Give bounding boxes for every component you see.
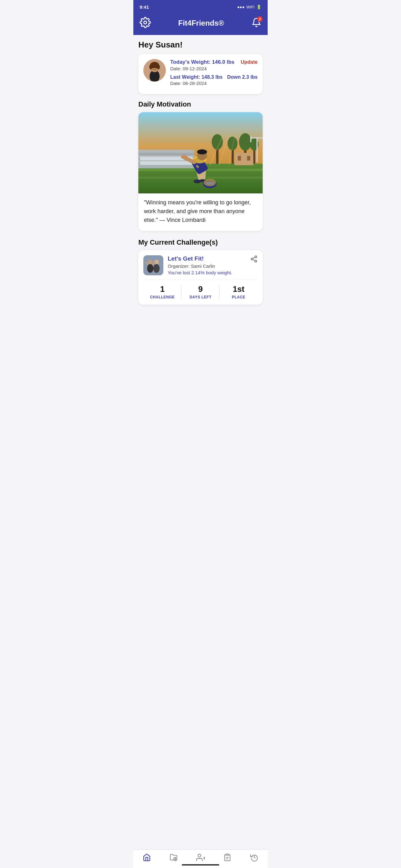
challenge-name: Let's Get Fit! [168, 255, 246, 262]
challenge-stats: 1 CHALLENGE 9 DAYS LEFT 1st PLACE [143, 280, 258, 300]
avatar [143, 59, 166, 82]
weight-info: Today's Weight: 146.0 lbs Update Date: 0… [170, 59, 258, 89]
svg-point-6 [157, 64, 160, 69]
status-icons: ●●● WiFi 🔋 [237, 5, 261, 9]
svg-point-54 [147, 264, 153, 273]
challenge-organizer: Organizer: Sami Carlin [168, 264, 246, 269]
update-link[interactable]: Update [241, 59, 258, 65]
svg-rect-23 [247, 156, 250, 161]
svg-rect-52 [143, 255, 163, 275]
svg-rect-49 [250, 137, 263, 138]
challenge-card: Let's Get Fit! Organizer: Sami Carlin Yo… [138, 250, 263, 305]
svg-point-18 [239, 133, 252, 151]
challenge-avatar [143, 255, 163, 275]
svg-rect-44 [206, 182, 214, 185]
challenge-progress: You've lost 2.14% body weight. [168, 270, 246, 275]
motivation-quote: "Winning means you're willing to go long… [138, 193, 263, 231]
svg-point-53 [148, 260, 153, 265]
svg-point-8 [156, 67, 157, 68]
challenge-number: 1 [143, 284, 181, 294]
svg-point-0 [144, 21, 147, 24]
stat-challenge: 1 CHALLENGE [143, 284, 181, 300]
svg-line-63 [253, 257, 255, 258]
svg-rect-21 [235, 153, 253, 165]
today-date: Date: 09-12-2024 [170, 66, 258, 71]
svg-point-7 [152, 67, 153, 68]
share-icon[interactable] [250, 255, 258, 264]
svg-rect-22 [238, 156, 241, 161]
today-weight: Today's Weight: 146.0 lbs [170, 59, 235, 65]
svg-point-41 [197, 149, 207, 154]
weight-card: Today's Weight: 146.0 lbs Update Date: 0… [138, 54, 263, 94]
svg-rect-25 [138, 153, 194, 155]
svg-line-62 [253, 259, 255, 260]
svg-point-56 [153, 264, 160, 273]
last-date: Date: 08-28-2024 [170, 81, 258, 86]
svg-rect-29 [140, 161, 193, 165]
svg-rect-48 [257, 137, 258, 162]
notification-bell[interactable]: 2 [252, 18, 261, 29]
stat-days: 9 DAYS LEFT [181, 284, 220, 300]
place-label: PLACE [232, 295, 245, 299]
days-label: DAYS LEFT [190, 295, 211, 299]
status-bar: 9:41 ●●● WiFi 🔋 [133, 0, 268, 14]
days-number: 9 [181, 284, 220, 294]
app-header: Fit4Friends® 2 [133, 14, 268, 35]
challenge-section-title: My Current Challenge(s) [138, 239, 263, 247]
stat-place: 1st PLACE [220, 284, 258, 300]
svg-point-16 [228, 136, 238, 150]
settings-icon[interactable] [140, 17, 151, 29]
motivation-title: Daily Motivation [138, 100, 263, 108]
challenge-info: Let's Get Fit! Organizer: Sami Carlin Yo… [168, 255, 246, 275]
weight-change: Down 2.3 lbs [227, 74, 258, 80]
main-content: Hey Susan! Today's Weig [133, 35, 268, 336]
svg-point-14 [212, 134, 223, 150]
notification-badge: 2 [257, 16, 263, 22]
last-weight: Last Weight: 148.3 lbs [170, 74, 223, 80]
svg-point-39 [181, 155, 187, 159]
motivation-card: 5 [138, 112, 263, 231]
motivation-image: 5 [138, 112, 263, 193]
app-title: Fit4Friends® [178, 19, 224, 28]
greeting: Hey Susan! [138, 40, 263, 50]
place-number: 1st [220, 284, 258, 294]
status-time: 9:41 [140, 4, 149, 10]
svg-rect-50 [250, 136, 252, 142]
challenge-label: CHALLENGE [150, 295, 175, 299]
svg-point-5 [149, 64, 153, 69]
